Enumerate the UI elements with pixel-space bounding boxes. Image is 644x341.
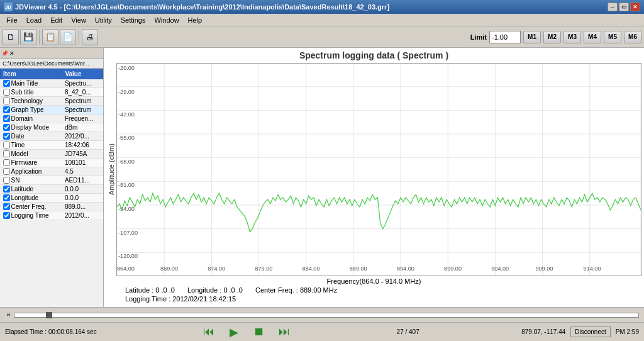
marker-m1-button[interactable]: M1 — [523, 31, 541, 43]
paste-button[interactable]: 📄 — [60, 29, 76, 45]
info-longitude: Longitude : 0 .0 .0 — [187, 286, 243, 294]
menu-settings[interactable]: Settings — [117, 15, 150, 25]
info-latitude: Latitude : 0 .0 .0 — [125, 286, 175, 294]
menu-edit[interactable]: Edit — [47, 15, 66, 25]
frame-info: 27 / 407 — [397, 328, 419, 335]
item-label: Time — [11, 142, 25, 148]
item-label: Longitude — [11, 194, 39, 201]
svg-text:909.00: 909.00 — [535, 266, 553, 272]
svg-text:-81.00: -81.00 — [118, 182, 135, 188]
copy-button[interactable]: 📋 — [42, 29, 58, 45]
toolbar-sep-2 — [79, 30, 79, 45]
value-cell: 889.0... — [62, 203, 103, 211]
row-checkbox[interactable] — [3, 124, 10, 131]
menu-file[interactable]: File — [3, 15, 21, 25]
item-cell: Date — [1, 132, 62, 141]
chart-svg: -20.00 -29.00 -42.00 -55.00 -68.00 -81.0… — [117, 64, 641, 276]
progress-thumb[interactable] — [46, 312, 52, 318]
skip-back-button[interactable]: ⏮ — [199, 325, 219, 340]
svg-text:-68.00: -68.00 — [118, 159, 135, 165]
chart-title: Spectrum logging data ( Spectrum ) — [106, 50, 641, 60]
menu-utility[interactable]: Utility — [91, 15, 116, 25]
panel-toolbar: 📌 ✕ — [0, 48, 103, 59]
menu-bar: File Load Edit View Utility Settings Win… — [0, 14, 644, 26]
item-cell: Model — [1, 150, 62, 159]
table-row: Domain Frequen... — [1, 115, 103, 123]
item-cell: Application — [1, 167, 62, 176]
item-cell: Center Freq. — [1, 203, 62, 211]
marker-m4-button[interactable]: M4 — [584, 31, 601, 43]
transport-right: 879.07, -117.44 Disconnect PM 2:59 — [521, 327, 639, 337]
close-button[interactable]: ✕ — [630, 3, 640, 11]
panel-pin-button[interactable]: 📌 — [1, 50, 8, 57]
marker-m6-button[interactable]: M6 — [624, 31, 641, 43]
row-checkbox[interactable] — [3, 142, 10, 148]
y-axis-label: Amplitude (dBm) — [106, 63, 116, 276]
disconnect-button[interactable]: Disconnect — [570, 327, 610, 337]
elapsed-time: Elapsed Time : 00:00:08.164 sec — [5, 328, 97, 335]
main-content: 📌 ✕ C:\Users\JGLee\Documents\Wor... Item… — [0, 48, 644, 307]
row-checkbox[interactable] — [3, 89, 10, 96]
row-checkbox[interactable] — [3, 106, 10, 113]
play-button[interactable]: ▶ — [224, 325, 244, 340]
item-label: Firmware — [11, 159, 38, 166]
table-row: Firmware 108101 — [1, 159, 103, 167]
menu-window[interactable]: Window — [150, 15, 182, 25]
value-cell: 2012/0... — [62, 211, 103, 220]
toolbar-right: Limit M1 M2 M3 M4 M5 M6 — [470, 31, 641, 43]
panel-close-button[interactable]: ✕ — [9, 50, 14, 57]
row-checkbox[interactable] — [3, 212, 10, 219]
value-cell: dBm — [62, 123, 103, 132]
value-cell: AED11... — [62, 176, 103, 185]
item-cell: Latitude — [1, 185, 62, 194]
save-button[interactable]: 💾 — [20, 29, 36, 45]
svg-text:889.00: 889.00 — [350, 266, 367, 272]
minimize-button[interactable]: ─ — [608, 3, 618, 11]
item-cell: SN — [1, 176, 62, 185]
value-cell: 8_42_0... — [62, 88, 103, 97]
item-label: Center Freq. — [11, 203, 47, 210]
item-cell: Graph Type — [1, 106, 62, 115]
limit-input[interactable] — [489, 31, 521, 43]
print-button[interactable]: 🖨 — [82, 29, 98, 45]
item-cell: Domain — [1, 115, 62, 123]
value-cell: 2012/0... — [62, 132, 103, 141]
chart-container: Amplitude (dBm) — [106, 63, 641, 276]
info-bar: Latitude : 0 .0 .0 Longitude : 0 .0 .0 C… — [106, 285, 641, 295]
row-checkbox[interactable] — [3, 203, 10, 210]
row-checkbox[interactable] — [3, 80, 10, 87]
item-cell: Longitude — [1, 194, 62, 203]
value-cell: Spectru... — [62, 79, 103, 88]
toolbar-sep-1 — [39, 30, 40, 45]
row-checkbox[interactable] — [3, 98, 10, 104]
row-checkbox[interactable] — [3, 168, 10, 175]
row-checkbox[interactable] — [3, 186, 10, 193]
item-label: SN — [11, 177, 20, 184]
svg-text:-20.00: -20.00 — [118, 65, 135, 71]
stop-button[interactable]: ⏹ — [249, 325, 269, 340]
new-button[interactable]: 🗋 — [3, 29, 19, 45]
svg-text:-120.00: -120.00 — [118, 253, 138, 259]
menu-load[interactable]: Load — [23, 15, 45, 25]
marker-m3-button[interactable]: M3 — [564, 31, 581, 43]
item-cell: Logging Time — [1, 211, 62, 220]
marker-m5-button[interactable]: M5 — [604, 31, 621, 43]
svg-text:-42.00: -42.00 — [118, 111, 135, 118]
restore-button[interactable]: ▭ — [619, 3, 629, 11]
row-checkbox[interactable] — [3, 150, 10, 157]
row-checkbox[interactable] — [3, 177, 10, 184]
table-row: Sub title 8_42_0... — [1, 88, 103, 97]
table-row: SN AED11... — [1, 176, 103, 185]
marker-m2-button[interactable]: M2 — [543, 31, 561, 43]
row-checkbox[interactable] — [3, 133, 10, 140]
row-checkbox[interactable] — [3, 159, 10, 166]
properties-table: Item Value Main Title Spectru... Sub tit… — [0, 69, 103, 220]
row-checkbox[interactable] — [3, 115, 10, 122]
svg-text:899.00: 899.00 — [444, 266, 462, 272]
item-label: Technology — [11, 98, 43, 104]
progress-track[interactable] — [14, 313, 639, 318]
menu-view[interactable]: View — [67, 15, 90, 25]
skip-forward-button[interactable]: ⏭ — [274, 325, 294, 340]
row-checkbox[interactable] — [3, 194, 10, 201]
menu-help[interactable]: Help — [184, 15, 206, 25]
